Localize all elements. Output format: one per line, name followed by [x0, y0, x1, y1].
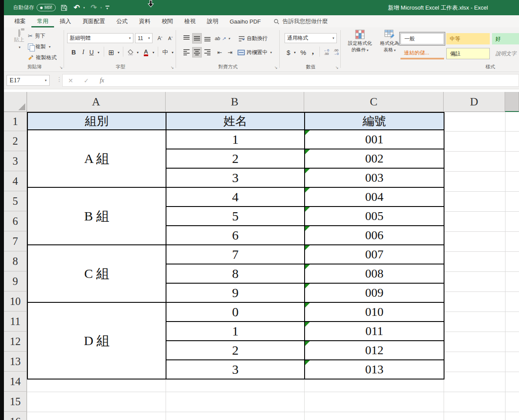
cell-B2[interactable]: 1: [166, 130, 305, 149]
cell-style-note[interactable]: 備註: [446, 48, 490, 59]
cell-C5[interactable]: 004: [305, 187, 444, 207]
align-center-button[interactable]: [192, 47, 202, 58]
increase-decimal-button[interactable]: ←0.00: [322, 47, 331, 58]
cell-B14[interactable]: 3: [166, 360, 305, 379]
decrease-decimal-button[interactable]: .00→0: [332, 47, 340, 58]
redo-dropdown[interactable]: ▾: [99, 0, 103, 15]
redo-button[interactable]: ↷: [88, 0, 99, 15]
column-header-E-selected[interactable]: [505, 92, 519, 112]
format-painter-button[interactable]: 複製格式: [28, 53, 57, 62]
cell-C4[interactable]: 003: [305, 168, 444, 187]
row-header-8[interactable]: 8: [4, 251, 27, 271]
shrink-font-button[interactable]: Aˇ: [166, 33, 175, 44]
cell-B13[interactable]: 2: [166, 341, 305, 360]
cell-B7[interactable]: 6: [166, 226, 305, 245]
cell-B1[interactable]: 姓名: [166, 112, 305, 130]
column-header-D[interactable]: D: [444, 92, 505, 112]
cell-B10[interactable]: 9: [166, 283, 305, 302]
cell-B8[interactable]: 7: [166, 245, 305, 264]
currency-button[interactable]: $: [285, 47, 292, 58]
cell-C7[interactable]: 006: [305, 226, 444, 245]
paste-button[interactable]: 貼上 ▾: [10, 30, 28, 50]
cell-B4[interactable]: 3: [166, 168, 305, 187]
format-as-table-button[interactable]: 格式化為 表格▾: [376, 30, 403, 54]
increase-indent-button[interactable]: ⇥: [225, 47, 235, 58]
font-name-combo[interactable]: 新細明體 ▾: [67, 33, 133, 43]
save-button[interactable]: [59, 0, 69, 15]
underline-button[interactable]: U: [88, 47, 95, 58]
cell-B11[interactable]: 0: [166, 302, 305, 322]
comma-style-button[interactable]: ,: [310, 46, 316, 57]
undo-dropdown[interactable]: ▾: [82, 0, 86, 15]
cell-B9[interactable]: 8: [166, 264, 305, 283]
phonetic-guide-button[interactable]: 中: [161, 47, 170, 58]
number-format-combo[interactable]: 通用格式 ▾: [285, 33, 337, 43]
cell-A2-group[interactable]: A 組: [27, 130, 166, 187]
enter-button[interactable]: ✓: [78, 77, 94, 84]
column-header-A[interactable]: A: [27, 92, 166, 112]
tab-gaaiho-pdf[interactable]: Gaaiho PDF: [224, 15, 267, 27]
alignment-dialog-launcher[interactable]: ↘: [274, 65, 278, 70]
cell-C10[interactable]: 009: [305, 283, 444, 302]
fill-color-button[interactable]: [126, 47, 135, 58]
insert-function-button[interactable]: fx: [94, 77, 110, 84]
tab-view[interactable]: 檢視: [179, 15, 201, 27]
formula-input[interactable]: [110, 75, 519, 86]
cell-C6[interactable]: 005: [305, 207, 444, 226]
cell-style-linked-cell[interactable]: 連結的儲...: [400, 48, 444, 59]
bold-button[interactable]: B: [70, 47, 78, 58]
wrap-text-button[interactable]: 自動換行: [238, 33, 268, 44]
row-header-12[interactable]: 12: [4, 332, 27, 352]
cell-C2[interactable]: 001: [305, 130, 444, 149]
cut-button[interactable]: ✂ 剪下: [28, 31, 57, 41]
row-header-13[interactable]: 13: [4, 352, 27, 372]
autosave-toggle[interactable]: 關閉: [37, 4, 56, 11]
tab-review[interactable]: 校閱: [156, 15, 179, 27]
name-box[interactable]: E17 ▾: [7, 75, 50, 86]
cell-style-normal[interactable]: 一般: [400, 33, 444, 44]
customize-qat-button[interactable]: ▾: [104, 0, 111, 15]
grow-font-button[interactable]: Aˆ: [155, 33, 165, 44]
font-size-combo[interactable]: 11 ▾: [135, 33, 153, 43]
cell-A11-group[interactable]: D 組: [27, 302, 166, 379]
row-header-11[interactable]: 11: [4, 312, 27, 332]
row-header-6[interactable]: 6: [4, 211, 27, 231]
cell-C1[interactable]: 編號: [305, 112, 444, 130]
cell-A8-group[interactable]: C 組: [27, 245, 166, 302]
row-header-10[interactable]: 10: [4, 291, 27, 312]
select-all-button[interactable]: [4, 92, 27, 112]
orientation-button[interactable]: ab↗ ▾: [215, 33, 230, 44]
cell-A1[interactable]: 組別: [27, 112, 166, 130]
phonetic-dropdown[interactable]: ▾: [170, 47, 175, 58]
number-dialog-launcher[interactable]: ↘: [335, 65, 339, 70]
row-header-15[interactable]: 15: [4, 392, 27, 412]
undo-button[interactable]: ↶: [71, 0, 82, 15]
fill-color-dropdown[interactable]: ▾: [136, 47, 140, 58]
cancel-button[interactable]: ✕: [63, 77, 78, 84]
cell-C11[interactable]: 010: [305, 302, 444, 322]
row-header-9[interactable]: 9: [4, 271, 27, 291]
tab-formulas[interactable]: 公式: [111, 15, 133, 27]
row-header-5[interactable]: 5: [4, 191, 27, 211]
tab-insert[interactable]: 插入: [54, 15, 77, 27]
italic-button[interactable]: I: [80, 47, 87, 58]
decrease-indent-button[interactable]: ⇤: [215, 47, 224, 58]
row-header-16[interactable]: 16: [4, 412, 27, 420]
underline-dropdown[interactable]: ▾: [96, 47, 101, 58]
cell-C13[interactable]: 012: [305, 341, 444, 360]
cell-B6[interactable]: 5: [166, 207, 305, 226]
tab-file[interactable]: 檔案: [9, 15, 31, 27]
cell-style-explanatory[interactable]: 說明文字: [492, 48, 519, 59]
conditional-formatting-button[interactable]: 設定格式化 的條件▾: [345, 30, 375, 54]
align-left-button[interactable]: [182, 47, 191, 58]
cell-C12[interactable]: 011: [305, 322, 444, 341]
cell-style-good[interactable]: 好: [492, 33, 519, 44]
cell-B5[interactable]: 4: [166, 187, 305, 207]
tab-help[interactable]: 說明: [201, 15, 224, 27]
cell-C8[interactable]: 007: [305, 245, 444, 264]
cell-C9[interactable]: 008: [305, 264, 444, 283]
font-dialog-launcher[interactable]: ↘: [170, 65, 174, 70]
row-header-4[interactable]: 4: [4, 171, 27, 191]
borders-button[interactable]: ⊞: [107, 47, 115, 58]
align-right-button[interactable]: [203, 47, 212, 58]
